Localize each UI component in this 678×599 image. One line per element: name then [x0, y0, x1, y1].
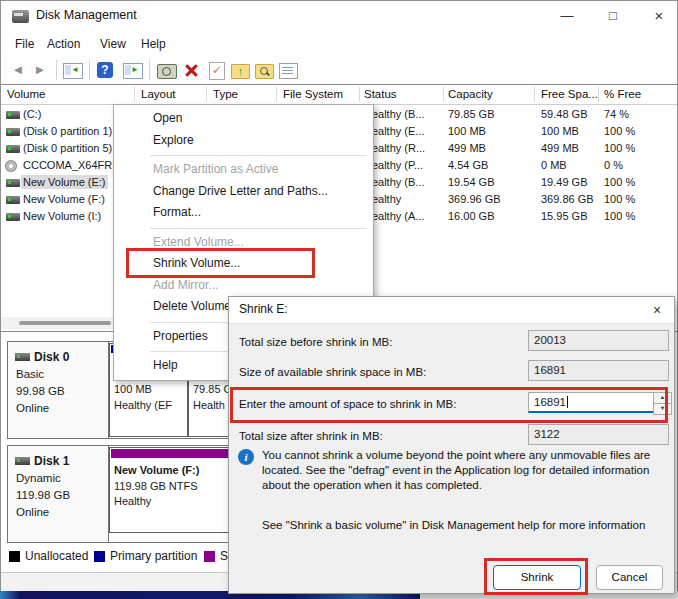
menu-action[interactable]: Action: [45, 35, 82, 53]
disk-1-header[interactable]: Disk 1 Dynamic 119.98 GB Online: [8, 446, 109, 542]
volume-pct-free: 100 %: [604, 174, 635, 191]
annotation-shrink-amount: [230, 387, 668, 423]
legend-swatch-primary: [94, 551, 105, 562]
folder-up-icon[interactable]: ↑: [231, 64, 250, 79]
col-capacity[interactable]: Capacity: [448, 88, 493, 100]
help-text: See "Shrink a basic volume" in Disk Mana…: [262, 519, 654, 531]
menu-file[interactable]: File: [13, 35, 36, 53]
volume-capacity: 100 MB: [448, 123, 486, 140]
cancel-button[interactable]: Cancel: [596, 565, 663, 590]
volume-icon: [6, 128, 20, 136]
volume-free-space: 0 MB: [541, 157, 567, 174]
disk-0-header[interactable]: Disk 0 Basic 99.98 GB Online: [8, 342, 109, 438]
scrollbar-thumb[interactable]: [19, 321, 111, 325]
legend-label: Unallocated: [25, 549, 88, 563]
shrink-dialog: Shrink E: × Total size before shrink in …: [228, 296, 675, 594]
disk-type: Dynamic: [16, 472, 61, 484]
folder-search-icon[interactable]: [255, 64, 274, 79]
volume-name: (Disk 0 partition 1): [23, 123, 112, 140]
volume-name: CCCOMA_X64FRE: [23, 157, 120, 174]
disk-type: Basic: [16, 368, 44, 380]
window-title: Disk Management: [36, 8, 137, 22]
menu-view[interactable]: View: [98, 35, 128, 53]
volume-pct-free: 0 %: [604, 157, 623, 174]
col-free-space[interactable]: Free Spa...: [541, 88, 598, 100]
legend-swatch-unallocated: [9, 551, 20, 562]
forward-icon[interactable]: ►: [31, 61, 49, 79]
toolbar-separator: [56, 60, 57, 80]
menu-item-format[interactable]: Format...: [114, 202, 373, 224]
refresh-icon[interactable]: [157, 64, 177, 79]
menu-item-open[interactable]: Open: [114, 108, 373, 130]
show-console-tree-icon[interactable]: ◄: [63, 63, 83, 79]
disk-status: Online: [16, 506, 49, 518]
volume-capacity: 16.00 GB: [448, 208, 494, 225]
volume-pct-free: 74 %: [604, 106, 629, 123]
volume-icon: [6, 213, 20, 221]
maximize-button[interactable]: □: [591, 1, 635, 31]
volume-icon: [6, 145, 20, 153]
col-file-system[interactable]: File System: [283, 88, 343, 100]
properties-list-icon[interactable]: [279, 63, 298, 79]
disk-status: Online: [16, 402, 49, 414]
label-total-before: Total size before shrink in MB:: [239, 336, 392, 348]
dialog-close-icon[interactable]: ×: [647, 300, 667, 320]
field-total-after: 3122: [528, 424, 669, 445]
volume-icon: [6, 196, 20, 204]
delete-volume-icon[interactable]: [183, 62, 199, 78]
legend-swatch-simple: [204, 551, 215, 562]
volume-free-space: 100 MB: [541, 123, 579, 140]
toolbar-separator: [89, 60, 90, 80]
partition-status: Healthy (EF: [114, 398, 185, 414]
legend-label: S: [220, 549, 228, 563]
back-icon[interactable]: ◄: [9, 61, 27, 79]
menu-separator: [114, 151, 373, 159]
volume-name: New Volume (I:): [23, 208, 101, 225]
toolbar: ◄ ► ◄ ? ► ✓ ↑: [1, 56, 677, 85]
label-available-space: Size of available shrink space in MB:: [239, 366, 426, 378]
menu-item-change-drive-letter[interactable]: Change Drive Letter and Paths...: [114, 181, 373, 203]
app-disk-icon: [12, 10, 29, 23]
screen: Disk Management — □ × File Action View H…: [0, 0, 678, 599]
menu-help[interactable]: Help: [139, 35, 168, 53]
volume-capacity: 499 MB: [448, 140, 486, 157]
menu-item-explore[interactable]: Explore: [114, 130, 373, 152]
volume-name: (C:): [23, 106, 41, 123]
check-document-icon[interactable]: ✓: [209, 62, 225, 80]
volume-pct-free: 100 %: [604, 191, 635, 208]
volume-pct-free: 100 %: [604, 140, 635, 157]
volume-icon: [6, 111, 20, 119]
list-header: Volume Layout Type File System Status Ca…: [1, 85, 677, 105]
volume-name: New Volume (F:): [23, 191, 105, 208]
volume-icon: [6, 179, 20, 187]
col-pct-free[interactable]: % Free: [604, 88, 641, 100]
minimize-button[interactable]: —: [545, 1, 589, 31]
volume-capacity: 369.96 GB: [448, 191, 501, 208]
close-button[interactable]: ×: [637, 1, 678, 31]
legend-label: Primary partition: [110, 549, 197, 563]
menu-item-mark-partition-active: Mark Partition as Active: [114, 159, 373, 181]
volume-pct-free: 100 %: [604, 208, 635, 225]
info-text: You cannot shrink a volume beyond the po…: [262, 448, 654, 493]
cd-rom-icon: [5, 160, 17, 172]
volume-capacity: 4.54 GB: [448, 157, 488, 174]
volume-free-space: 59.48 GB: [541, 106, 587, 123]
horizontal-scrollbar[interactable]: [1, 317, 121, 329]
disk-size: 99.98 GB: [16, 385, 65, 397]
col-layout[interactable]: Layout: [141, 88, 176, 100]
col-volume[interactable]: Volume: [7, 88, 45, 100]
volume-free-space: 369.86 GB: [541, 191, 594, 208]
help-icon[interactable]: ?: [97, 62, 113, 78]
col-type[interactable]: Type: [213, 88, 238, 100]
partition-size: 100 MB: [114, 382, 185, 398]
menu-bar: File Action View Help: [1, 31, 677, 56]
volume-name: New Volume (E:): [21, 175, 108, 189]
show-action-pane-icon[interactable]: ►: [123, 63, 143, 79]
volume-capacity: 79.85 GB: [448, 106, 494, 123]
disk-name: Disk 1: [34, 454, 69, 468]
volume-free-space: 15.95 GB: [541, 208, 587, 225]
disk-icon: [15, 353, 30, 361]
dialog-title-bar: Shrink E: ×: [229, 297, 674, 324]
volume-name: (Disk 0 partition 5): [23, 140, 112, 157]
col-status[interactable]: Status: [364, 88, 397, 100]
